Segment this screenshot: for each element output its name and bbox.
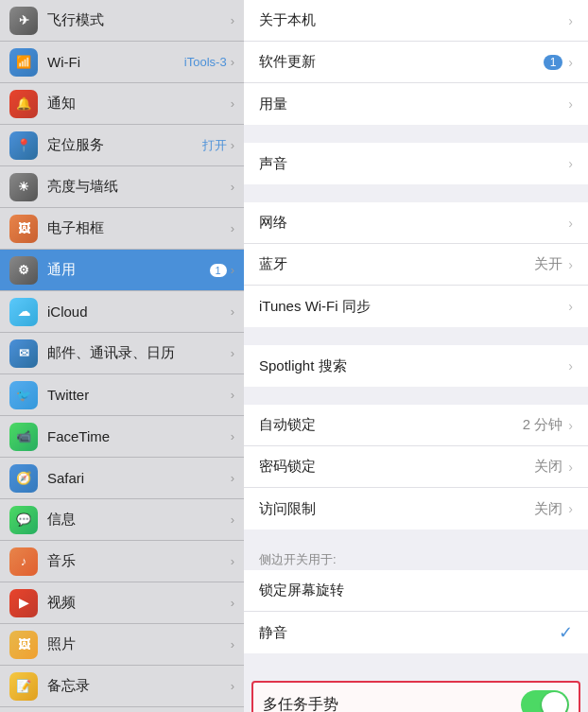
sidebar-chevron-wifi: ›	[231, 55, 234, 69]
settings-group-network-group: 网络›蓝牙关开›iTunes Wi-Fi 同步›	[244, 202, 588, 327]
messages-icon: 💬	[9, 506, 38, 534]
sidebar-item-notify[interactable]: 🔔通知›	[0, 83, 244, 125]
sidebar-chevron-facetime: ›	[231, 429, 234, 443]
sidebar-label-location: 定位服务	[47, 136, 202, 154]
sidebar-chevron-notify: ›	[231, 96, 234, 111]
sidebar-value-location: 打开	[202, 137, 227, 154]
sidebar-badge-general: 1	[210, 264, 227, 277]
settings-row-label-spotlight: Spotlight 搜索	[259, 357, 568, 375]
sidebar-item-icloud[interactable]: ☁iCloud›	[0, 291, 244, 333]
settings-row-software-update[interactable]: 软件更新1›	[244, 42, 588, 83]
row-chevron-auto-lock: ›	[568, 418, 573, 433]
airplane-icon: ✈	[9, 7, 38, 35]
settings-row-label-mute: 静音	[259, 624, 559, 642]
sidebar-chevron-photo: ›	[231, 221, 234, 235]
checkmark-mute: ✓	[559, 622, 573, 643]
sidebar-chevron-general: ›	[231, 263, 234, 277]
general-icon: ⚙	[9, 256, 38, 285]
settings-row-access[interactable]: 访问限制关闭›	[244, 488, 588, 530]
sidebar-item-messages[interactable]: 💬信息›	[0, 499, 244, 541]
settings-row-usage[interactable]: 用量›	[244, 83, 588, 125]
sidebar-item-facetime[interactable]: 📹FaceTime›	[0, 416, 244, 458]
row-chevron-spotlight: ›	[568, 358, 573, 373]
sidebar-label-brightness: 亮度与墙纸	[47, 178, 227, 196]
sidebar-item-wifi[interactable]: 📶Wi-FiiTools-3›	[0, 42, 244, 83]
settings-row-label-auto-lock: 自动锁定	[259, 416, 523, 434]
settings-group-sound-group: 声音›	[244, 143, 588, 184]
row-chevron-bluetooth: ›	[568, 257, 573, 272]
row-chevron-network: ›	[568, 216, 573, 231]
sidebar-item-notes[interactable]: 📝备忘录›	[0, 666, 244, 707]
sidebar-item-photo[interactable]: 🖼电子相框›	[0, 208, 244, 250]
sidebar-chevron-video: ›	[231, 596, 234, 610]
sidebar: ✈飞行模式›📶Wi-FiiTools-3›🔔通知›📍定位服务打开›☀亮度与墙纸›…	[0, 0, 244, 712]
settings-group-lock-group: 自动锁定2 分钟›密码锁定关闭›访问限制关闭›	[244, 405, 588, 530]
video-icon: ▶	[9, 589, 38, 617]
sidebar-chevron-airplane: ›	[231, 13, 234, 27]
settings-row-label-software-update: 软件更新	[259, 53, 544, 71]
settings-row-sound[interactable]: 声音›	[244, 143, 588, 184]
settings-row-about[interactable]: 关于本机›	[244, 0, 588, 42]
sidebar-label-twitter: Twitter	[47, 387, 227, 403]
sidebar-item-video[interactable]: ▶视频›	[0, 582, 244, 624]
row-chevron-sound: ›	[568, 156, 573, 171]
sidebar-item-store[interactable]: ⬇Store›	[0, 707, 244, 712]
settings-row-lock-rotation[interactable]: 锁定屏幕旋转	[244, 570, 588, 612]
sidebar-item-safari[interactable]: 🧭Safari›	[0, 458, 244, 499]
settings-row-auto-lock[interactable]: 自动锁定2 分钟›	[244, 405, 588, 446]
safari-icon: 🧭	[9, 464, 38, 493]
main-panel: 三联网 3LIAN.COM 关于本机›软件更新1›用量›声音›网络›蓝牙关开›i…	[244, 0, 588, 712]
sidebar-chevron-location: ›	[231, 138, 234, 152]
sidebar-item-general[interactable]: ⚙通用1›	[0, 250, 244, 291]
settings-row-bluetooth[interactable]: 蓝牙关开›	[244, 244, 588, 286]
notes-icon: 📝	[9, 672, 38, 701]
sidebar-item-mail[interactable]: ✉邮件、通讯录、日历›	[0, 333, 244, 374]
sidebar-label-facetime: FaceTime	[47, 428, 227, 444]
sidebar-label-video: 视频	[47, 594, 227, 612]
multitask-row: 多任务手势	[263, 690, 569, 712]
sidebar-label-safari: Safari	[47, 470, 227, 486]
sidebar-item-music[interactable]: ♪音乐›	[0, 541, 244, 582]
sidebar-item-location[interactable]: 📍定位服务打开›	[0, 125, 244, 166]
settings-row-mute[interactable]: 静音✓	[244, 612, 588, 653]
sidebar-item-twitter[interactable]: 🐦Twitter›	[0, 374, 244, 416]
settings-row-label-sound: 声音	[259, 155, 568, 173]
row-value-access: 关闭	[534, 500, 562, 518]
sidebar-item-photos[interactable]: 🖼照片›	[0, 624, 244, 666]
sidebar-label-icloud: iCloud	[47, 304, 227, 320]
row-value-passcode: 关闭	[534, 458, 562, 476]
sidebar-label-notes: 备忘录	[47, 677, 227, 695]
wifi-icon: 📶	[9, 48, 38, 77]
sidebar-label-mail: 邮件、通讯录、日历	[47, 344, 227, 362]
location-icon: 📍	[9, 131, 38, 160]
notify-icon: 🔔	[9, 90, 38, 118]
row-chevron-access: ›	[568, 501, 573, 516]
settings-row-itunes-wifi[interactable]: iTunes Wi-Fi 同步›	[244, 286, 588, 327]
row-value-auto-lock: 2 分钟	[523, 416, 563, 434]
row-chevron-about: ›	[568, 13, 573, 28]
settings-row-passcode[interactable]: 密码锁定关闭›	[244, 446, 588, 488]
settings-row-network[interactable]: 网络›	[244, 202, 588, 244]
icloud-icon: ☁	[9, 298, 38, 326]
sidebar-chevron-notes: ›	[231, 679, 234, 693]
sidebar-item-brightness[interactable]: ☀亮度与墙纸›	[0, 166, 244, 208]
settings-row-label-passcode: 密码锁定	[259, 458, 534, 476]
row-chevron-usage: ›	[568, 96, 573, 112]
sidebar-label-messages: 信息	[47, 511, 227, 529]
sidebar-chevron-mail: ›	[231, 346, 234, 360]
facetime-icon: 📹	[9, 423, 38, 451]
sidebar-chevron-brightness: ›	[231, 180, 234, 194]
sidebar-item-airplane[interactable]: ✈飞行模式›	[0, 0, 244, 42]
sidebar-chevron-music: ›	[231, 554, 234, 568]
sidebar-label-general: 通用	[47, 261, 210, 279]
settings-row-label-usage: 用量	[259, 96, 568, 113]
settings-row-label-lock-rotation: 锁定屏幕旋转	[259, 582, 573, 599]
sidebar-label-photos: 照片	[47, 635, 227, 653]
settings-group-about-group: 关于本机›软件更新1›用量›	[244, 0, 588, 125]
multitask-section: 多任务手势使用四或五个手指:• 还合本匠刿主屏幕• 向上滑来显示多任务栏• 左右…	[251, 681, 580, 712]
sidebar-chevron-safari: ›	[231, 471, 234, 485]
sidebar-chevron-twitter: ›	[231, 388, 234, 402]
settings-row-label-access: 访问限制	[259, 500, 534, 518]
multitask-toggle[interactable]	[521, 690, 569, 712]
settings-row-spotlight[interactable]: Spotlight 搜索›	[244, 345, 588, 387]
